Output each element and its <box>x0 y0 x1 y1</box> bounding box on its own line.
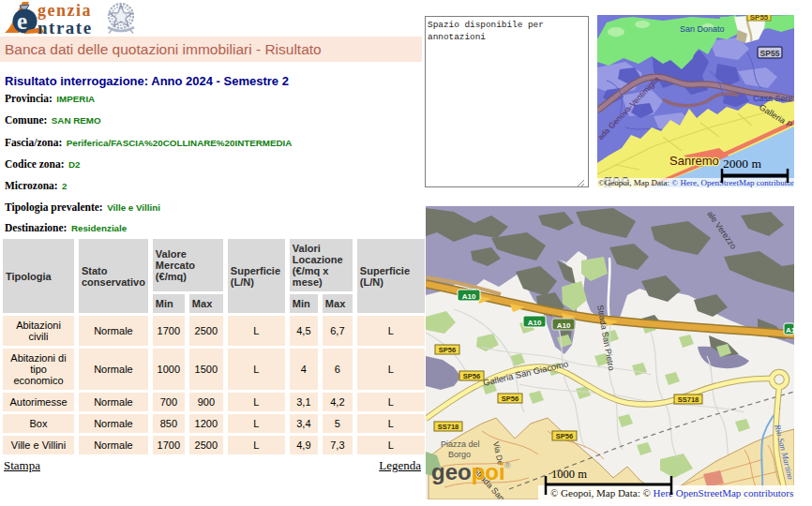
svg-text:genzia: genzia <box>38 1 92 20</box>
svg-text:Piazza del: Piazza del <box>441 439 480 449</box>
svg-text:e: e <box>17 8 27 34</box>
svg-text:1000 m: 1000 m <box>551 468 587 481</box>
svg-text:SP55: SP55 <box>760 49 780 58</box>
svg-text:A10: A10 <box>528 319 542 327</box>
svg-text:geopoi: geopoi <box>431 459 505 484</box>
svg-text:©Geopoi, Map Data: © Here, Ope: ©Geopoi, Map Data: © Here, OpenStreetMap… <box>598 178 794 187</box>
svg-text:2000 m: 2000 m <box>723 156 761 171</box>
svg-text:SP56: SP56 <box>463 372 480 380</box>
svg-text:SP56: SP56 <box>502 394 519 403</box>
svg-text:SP55: SP55 <box>750 15 769 22</box>
svg-text:SS718: SS718 <box>438 423 459 431</box>
svg-text:San Donato: San Donato <box>680 24 725 34</box>
svg-text:Sanremo: Sanremo <box>669 154 719 168</box>
svg-text:SP56: SP56 <box>556 432 573 440</box>
svg-text:A1: A1 <box>786 326 794 335</box>
svg-text:®: ® <box>504 461 511 470</box>
svg-text:SS718: SS718 <box>678 395 699 404</box>
svg-text:SP56: SP56 <box>439 346 456 354</box>
svg-text:A10: A10 <box>557 321 571 330</box>
svg-text:ntrate: ntrate <box>38 18 93 37</box>
svg-text:Borgo: Borgo <box>448 450 471 459</box>
svg-text:A10: A10 <box>462 292 476 301</box>
svg-text:Casa Sere: Casa Sere <box>753 94 793 103</box>
